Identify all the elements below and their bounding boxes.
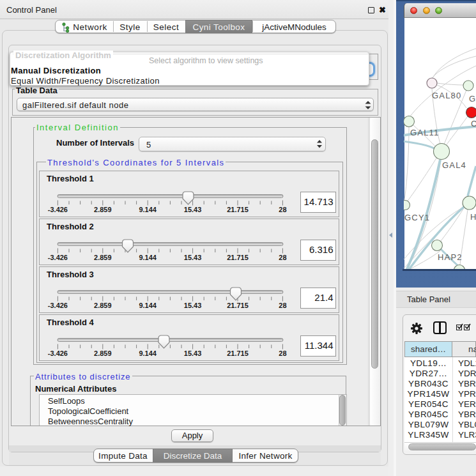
svg-text:21.715: 21.715 (227, 302, 249, 309)
svg-text:-3.426: -3.426 (48, 254, 68, 261)
svg-text:GAL80: GAL80 (432, 91, 461, 100)
svg-text:21.715: 21.715 (227, 349, 249, 357)
svg-text:15.43: 15.43 (184, 349, 202, 357)
svg-text:-3.426: -3.426 (48, 302, 68, 309)
svg-text:2.859: 2.859 (94, 302, 112, 309)
svg-text:9.144: 9.144 (139, 206, 157, 213)
svg-text:28: 28 (279, 206, 286, 213)
svg-text:28: 28 (279, 254, 286, 261)
svg-text:28: 28 (279, 302, 286, 309)
svg-text:9.144: 9.144 (139, 254, 157, 261)
svg-text:GAL4: GAL4 (442, 160, 466, 170)
svg-text:9.144: 9.144 (139, 349, 157, 357)
svg-text:2.859: 2.859 (94, 349, 112, 357)
svg-text:-3.426: -3.426 (48, 349, 68, 357)
svg-text:2.859: 2.859 (94, 254, 112, 261)
svg-text:9.144: 9.144 (139, 302, 157, 309)
svg-text:15.43: 15.43 (184, 302, 202, 309)
svg-text:28: 28 (279, 349, 286, 357)
svg-text:21.715: 21.715 (227, 254, 249, 261)
svg-text:GCY1: GCY1 (404, 213, 430, 222)
svg-text:15.43: 15.43 (184, 206, 202, 213)
svg-text:C: C (471, 119, 476, 128)
svg-text:21.715: 21.715 (227, 206, 249, 213)
svg-text:-3.426: -3.426 (48, 206, 68, 213)
svg-text:2.859: 2.859 (94, 206, 112, 213)
svg-text:GAL11: GAL11 (410, 128, 440, 137)
svg-text:GA: GA (469, 94, 476, 104)
svg-text:15.43: 15.43 (184, 254, 202, 261)
svg-text:H: H (470, 212, 476, 222)
svg-text:HAP2: HAP2 (438, 252, 463, 262)
